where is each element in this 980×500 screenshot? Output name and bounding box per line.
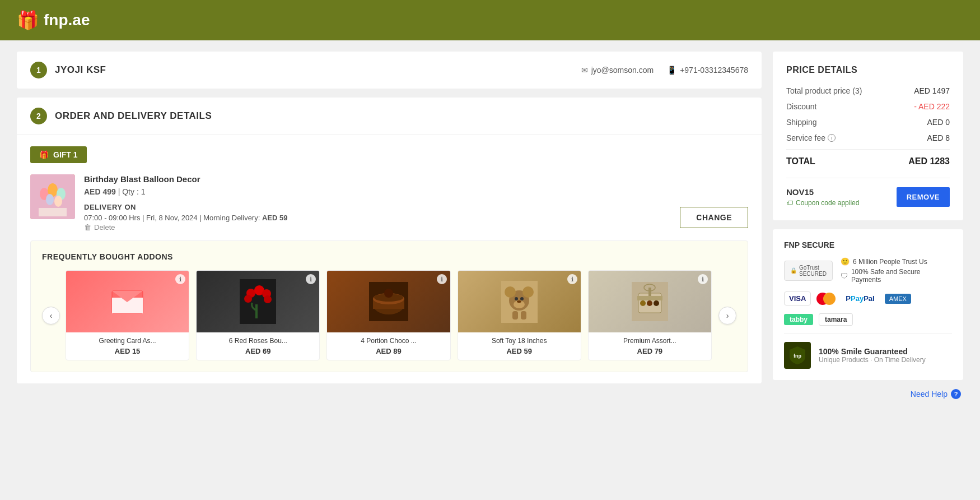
user-section-card: 1 JYOJI KSF ✉ jyo@somson.com 📱 +971-0331… [17,52,762,89]
price-row-service: Service fee i AED 8 [786,133,950,142]
trust-text-1: 6 Million People Trust Us [853,258,927,266]
trust-item-1: 🙂 6 Million People Trust Us [841,257,952,266]
gift-label: GIFT 1 [53,150,78,159]
addons-title: FREQUENTLY BOUGHT ADDONS [42,252,736,261]
addon-info-icon-premium[interactable]: ℹ [698,274,708,284]
roses-svg [240,279,276,324]
tabby-logo: tabby [784,314,813,325]
price-row-total-product: Total product price (3) AED 1497 [786,86,950,95]
carousel-next-button[interactable]: › [718,307,736,325]
trust-text-2: 100% Safe and Secure Payments [851,268,952,284]
logo[interactable]: 🎁 fnp.ae [17,10,90,31]
addon-image-cake [327,271,450,332]
delete-label: Delete [94,223,115,232]
addon-price-premium: AED 79 [593,347,707,355]
gotrust-text: GoTrustSECURED [799,265,827,277]
main-content: 1 JYOJI KSF ✉ jyo@somson.com 📱 +971-0331… [0,40,980,410]
smile-text: 100% Smile Guaranteed Unique Products · … [819,347,926,364]
user-section-header: 1 JYOJI KSF ✉ jyo@somson.com 📱 +971-0331… [17,52,762,89]
delivery-time: 07:00 - 09:00 Hrs | Fri, 8 Nov, 2024 | M… [84,214,287,222]
secure-trust-row: 🔒 GoTrustSECURED 🙂 6 Million People Trus… [784,257,952,284]
addons-section: FREQUENTLY BOUGHT ADDONS ‹ [30,240,748,372]
gotrust-badge: 🔒 GoTrustSECURED [784,261,833,281]
email-icon: ✉ [581,66,588,75]
user-phone-text: +971-03312345678 [680,66,748,75]
user-name: JYOJI KSF [55,64,106,76]
svg-rect-32 [512,311,518,320]
fnp-secure-card: FNP SECURE 🔒 GoTrustSECURED 🙂 6 Million … [773,229,963,380]
coupon-applied-text: Coupon code applied [796,199,859,207]
order-section-header: 2 ORDER AND DELIVERY DETAILS [17,98,762,135]
logo-icon: 🎁 [17,10,39,31]
total-row: TOTAL AED 1283 [786,156,950,166]
smile-guarantee-sub: Unique Products · On Time Delivery [819,356,926,364]
product-qty: Qty : 1 [122,187,145,196]
visa-logo: VISA [784,291,811,305]
total-product-value: AED 1497 [914,86,950,95]
left-panel: 1 JYOJI KSF ✉ jyo@somson.com 📱 +971-0331… [17,52,762,399]
shipping-value: AED 0 [927,118,950,127]
product-image [30,174,75,219]
product-meta: AED 499 | Qty : 1 [84,187,748,196]
order-body: 🎁 GIFT 1 [17,135,762,383]
service-fee-info-icon[interactable]: i [828,134,836,142]
price-details-title: PRICE DETAILS [786,65,950,75]
product-details: Birthday Blast Balloon Decor AED 499 | Q… [84,174,748,232]
delivery-time-text: 07:00 - 09:00 Hrs | Fri, 8 Nov, 2024 | M… [84,214,260,222]
addon-info-icon-cake[interactable]: ℹ [437,274,447,284]
user-info: ✉ jyo@somson.com 📱 +971-03312345678 [581,66,748,75]
need-help-link[interactable]: Need Help ? [773,389,963,399]
product-image-placeholder [30,174,75,219]
secure-shield-icon: 🛡 [841,272,848,280]
step-badge-2: 2 [30,108,47,124]
delivery-label: DELIVERY ON [84,203,287,211]
need-help-text: Need Help [911,390,948,399]
site-header: 🎁 fnp.ae [0,0,980,40]
addons-grid: ℹ Greeting Card As... AED 15 [66,270,713,360]
total-product-label: Total product price (3) [786,86,862,95]
coupon-section: NOV15 🏷 Coupon code applied REMOVE [786,178,950,207]
price-details-card: PRICE DETAILS Total product price (3) AE… [773,52,963,220]
addon-price-teddy: AED 59 [463,347,576,355]
discount-value: - AED 222 [914,102,950,111]
tamara-logo: tamara [819,313,853,326]
product-price: AED 499 [84,187,116,196]
product-row: Birthday Blast Balloon Decor AED 499 | Q… [30,174,748,232]
svg-point-23 [384,289,393,298]
fnp-shield-svg: fnp [787,345,808,365]
svg-point-4 [46,194,54,205]
coupon-applied-indicator: 🏷 Coupon code applied [786,199,859,207]
gift-icon: 🎁 [39,150,49,159]
addon-details-greeting: Greeting Card As... AED 15 [66,332,189,360]
carousel-prev-button[interactable]: ‹ [42,307,60,325]
addon-info-icon-teddy[interactable]: ℹ [567,274,577,284]
addon-details-roses: 6 Red Roses Bou... AED 69 [197,332,319,360]
morning-delivery-price: AED 59 [262,214,288,222]
svg-rect-33 [521,311,526,320]
svg-point-5 [54,196,62,207]
addon-price-cake: AED 89 [332,347,445,355]
svg-point-41 [647,300,652,306]
coupon-left: NOV15 🏷 Coupon code applied [786,187,859,207]
delete-button[interactable]: 🗑 Delete [84,223,287,232]
service-fee-value: AED 8 [927,133,950,142]
addon-price-greeting: AED 15 [71,347,184,355]
step-badge-1: 1 [30,62,47,78]
svg-rect-6 [39,208,67,216]
addon-image-teddy [458,271,581,332]
addon-card-roses: ℹ 6 Red Roses Bou... AED 69 [196,270,320,360]
svg-point-42 [654,300,659,306]
addon-card-teddy: ℹ Soft Toy 18 Inches AED 59 [458,270,581,360]
remove-coupon-button[interactable]: REMOVE [897,187,950,207]
addon-name-teddy: Soft Toy 18 Inches [463,337,576,345]
phone-icon: 📱 [667,66,676,75]
gift-tag: 🎁 GIFT 1 [30,146,87,163]
change-delivery-button[interactable]: CHANGE [680,207,748,228]
discount-label: Discount [786,102,816,111]
svg-point-29 [515,297,518,300]
addon-image-premium [589,271,711,332]
svg-point-27 [522,286,534,298]
delivery-info-left: DELIVERY ON 07:00 - 09:00 Hrs | Fri, 8 N… [84,203,287,232]
addon-image-roses [197,271,319,332]
smile-guarantee: fnp 100% Smile Guaranteed Unique Product… [784,334,952,369]
